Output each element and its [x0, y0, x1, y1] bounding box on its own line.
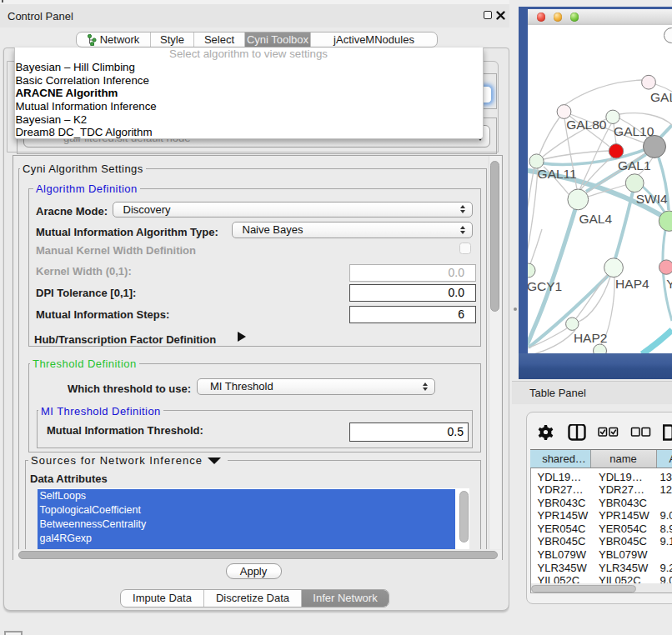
- svg-text:GAL4: GAL4: [579, 212, 612, 226]
- svg-text:GAL1: GAL1: [618, 158, 651, 172]
- svg-text:Y: Y: [666, 277, 672, 291]
- svg-text:GAL80: GAL80: [566, 118, 607, 132]
- svg-text:GAL: GAL: [650, 90, 672, 104]
- svg-text:SWI4: SWI4: [636, 192, 668, 206]
- svg-text:GAL10: GAL10: [614, 124, 654, 138]
- svg-text:GAL11: GAL11: [538, 167, 577, 181]
- svg-text:GCY1: GCY1: [528, 279, 562, 293]
- svg-text:HAP4: HAP4: [615, 277, 649, 291]
- svg-text:HAP2: HAP2: [574, 331, 608, 345]
